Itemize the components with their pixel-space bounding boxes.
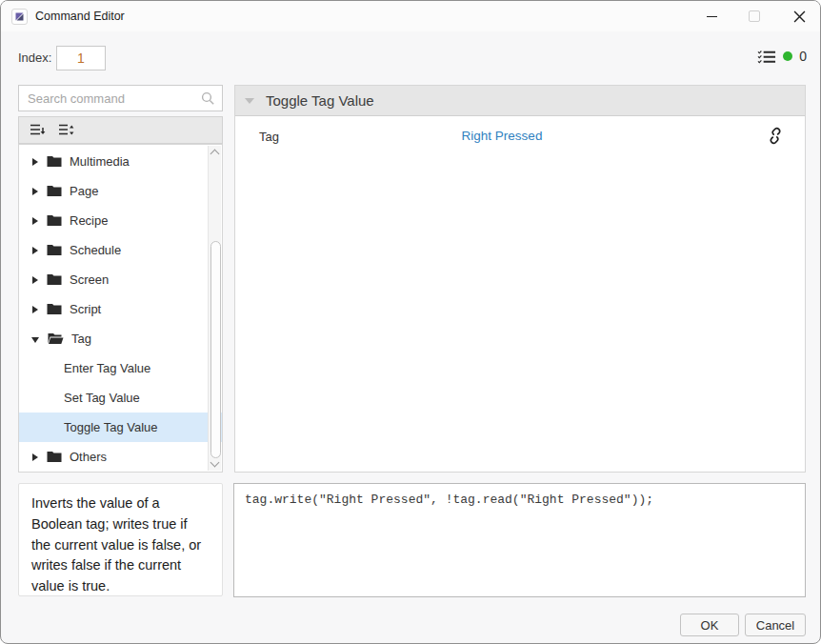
command-code[interactable]: tag.write("Right Pressed", !tag.read("Ri… <box>233 483 806 597</box>
folder-open-icon <box>48 332 64 345</box>
close-button[interactable] <box>777 1 821 31</box>
chevron-down-icon[interactable] <box>245 98 254 104</box>
checklist-icon[interactable] <box>757 47 776 66</box>
tree-item-label: Set Tag Value <box>64 391 140 405</box>
command-editor-window: Command Editor Index: 0 <box>0 0 821 644</box>
panel-title: Toggle Tag Value <box>266 92 374 109</box>
chevron-right-icon[interactable] <box>32 453 38 461</box>
ok-button[interactable]: OK <box>680 614 739 636</box>
collapse-all-icon[interactable] <box>28 121 47 140</box>
tree-item-label: Toggle Tag Value <box>64 420 158 434</box>
status-green-dot <box>783 51 792 61</box>
chevron-right-icon[interactable] <box>32 158 38 166</box>
chevron-right-icon[interactable] <box>32 276 38 284</box>
cancel-button[interactable]: Cancel <box>745 614 806 636</box>
tree-item-label: Schedule <box>70 243 121 257</box>
folder-closed-icon <box>47 273 62 286</box>
chevron-right-icon[interactable] <box>32 247 38 254</box>
validation-status: 0 <box>757 47 807 66</box>
folder-closed-icon <box>47 155 62 168</box>
tree-item-toggle-tag-value[interactable]: Toggle Tag Value <box>19 413 222 442</box>
search-input[interactable] <box>18 85 223 111</box>
scroll-up-icon[interactable] <box>210 150 220 159</box>
search-icon <box>201 91 215 110</box>
tree-item-recipe[interactable]: Recipe <box>19 206 222 235</box>
tag-field-row: Tag Right Pressed <box>235 116 805 158</box>
tree-item-label: Multimedia <box>70 154 130 169</box>
tree-item-set-tag-value[interactable]: Set Tag Value <box>19 383 222 413</box>
index-input[interactable] <box>56 46 106 70</box>
index-label: Index: <box>18 50 51 65</box>
chevron-right-icon[interactable] <box>32 188 38 195</box>
tree-item-label: Enter Tag Value <box>64 361 150 375</box>
status-count: 0 <box>799 49 807 64</box>
titlebar: Command Editor <box>1 1 820 31</box>
tag-field-label: Tag <box>259 130 279 144</box>
tree-item-screen[interactable]: Screen <box>19 265 222 294</box>
tree-scrollbar[interactable] <box>208 146 221 471</box>
folder-closed-icon <box>47 303 62 315</box>
folder-closed-icon <box>47 244 62 256</box>
chevron-down-icon[interactable] <box>31 337 39 343</box>
scroll-down-icon[interactable] <box>210 458 220 468</box>
tree-item-label: Screen <box>70 272 109 287</box>
folder-closed-icon <box>47 185 62 197</box>
panel-header[interactable]: Toggle Tag Value <box>235 86 805 116</box>
tree-item-enter-tag-value[interactable]: Enter Tag Value <box>19 353 222 383</box>
window-title: Command Editor <box>35 10 125 23</box>
scrollbar-thumb[interactable] <box>210 241 221 458</box>
tree-item-script[interactable]: Script <box>19 294 222 324</box>
command-description: Inverts the value of a Boolean tag; writ… <box>18 483 223 596</box>
app-icon <box>11 9 28 25</box>
folder-closed-icon <box>47 214 62 227</box>
chevron-right-icon[interactable] <box>32 217 38 225</box>
tree-item-others[interactable]: Others <box>19 442 222 472</box>
tree-item-label: Page <box>70 184 98 198</box>
tag-value-link[interactable]: Right Pressed <box>426 129 578 143</box>
maximize-button <box>732 1 776 31</box>
tree-item-label: Recipe <box>70 213 108 228</box>
tree-item-tag[interactable]: Tag <box>19 324 222 353</box>
tree-toolbar <box>18 116 223 144</box>
tree-item-schedule[interactable]: Schedule <box>19 235 222 265</box>
tree-item-label: Tag <box>71 332 91 346</box>
folder-closed-icon <box>47 451 62 463</box>
tree-item-multimedia[interactable]: Multimedia <box>19 147 222 176</box>
expand-all-icon[interactable] <box>56 121 75 140</box>
link-icon[interactable] <box>767 127 784 149</box>
tree-item-label: Others <box>70 450 107 464</box>
chevron-right-icon[interactable] <box>32 306 38 313</box>
command-detail-panel: Toggle Tag Value Tag Right Pressed <box>234 85 806 473</box>
command-tree: Multimedia Page Recipe Schedule Screen S… <box>18 144 223 473</box>
tree-item-page[interactable]: Page <box>19 176 222 206</box>
tree-item-label: Script <box>70 302 101 316</box>
minimize-button[interactable] <box>690 1 733 31</box>
